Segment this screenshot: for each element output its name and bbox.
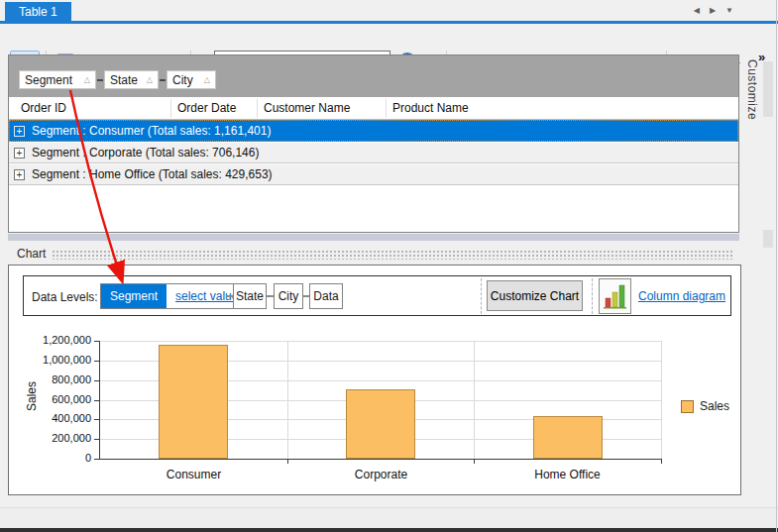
window-bottom-edge — [0, 528, 778, 532]
group-row-corporate[interactable]: + Segment : Corporate (Total sales: 706,… — [9, 142, 738, 163]
tab-bar: Table 1 ◀ ▶ ▼ — [0, 0, 778, 24]
group-button-state[interactable]: State △ — [104, 70, 159, 89]
column-diagram-icon — [604, 283, 626, 309]
legend-swatch — [681, 400, 694, 413]
status-bar — [0, 507, 778, 528]
table-horizontal-scrollbar[interactable] — [8, 234, 739, 241]
customize-tab-scrollbar[interactable] — [763, 61, 773, 117]
column-separator — [386, 99, 387, 118]
expand-icon[interactable]: + — [14, 126, 25, 137]
tab-table-1[interactable]: Table 1 — [5, 2, 71, 22]
gridline — [474, 341, 475, 459]
gridline — [287, 341, 288, 459]
y-axis-tick — [94, 400, 99, 401]
x-axis-tick — [474, 459, 475, 464]
y-axis-tick — [94, 439, 99, 440]
group-by-panel: Segment △ State △ City △ — [9, 55, 738, 97]
column-header-order-id[interactable]: Order ID — [21, 101, 66, 115]
bar-consumer[interactable] — [159, 345, 228, 459]
y-axis-tick — [94, 459, 99, 460]
data-level-state[interactable]: State — [233, 283, 267, 309]
dashed-separator — [592, 278, 593, 314]
diagram-type-button[interactable] — [599, 278, 631, 314]
y-axis-tick — [94, 341, 99, 342]
customize-tab[interactable]: Customize — [745, 59, 759, 120]
column-header-order-date[interactable]: Order Date — [177, 101, 236, 115]
tab-scroll-left-icon[interactable]: ◀ — [694, 6, 700, 15]
group-row-label: Segment : Corporate (Total sales: 706,14… — [32, 146, 259, 160]
x-axis-category-label: Home Office — [474, 468, 661, 481]
table-panel: Segment △ State △ City △ Order ID Order … — [8, 54, 739, 233]
column-separator — [170, 99, 171, 118]
y-axis-tick-label: 1,000,000 — [9, 354, 91, 366]
column-header-product-name[interactable]: Product Name — [392, 101, 469, 115]
tab-nav: ◀ ▶ ▼ — [694, 6, 733, 15]
level-connector — [267, 295, 274, 297]
data-levels-bar: Data Levels: Segment select value State … — [23, 275, 731, 316]
tab-label: Table 1 — [19, 5, 57, 19]
chart-plot: 0200,000400,000600,000800,0001,000,0001,… — [100, 341, 661, 459]
sort-ascending-icon: △ — [147, 75, 153, 84]
group-row-label: Segment : Consumer (Total sales: 1,161,4… — [32, 124, 271, 138]
x-axis-category-label: Corporate — [287, 468, 475, 481]
sort-ascending-icon: △ — [84, 75, 90, 84]
chart-section-label: Chart — [17, 247, 46, 261]
y-axis-tick-label: 1,200,000 — [9, 334, 91, 346]
legend-label: Sales — [700, 399, 729, 413]
bar-home-office[interactable] — [533, 416, 603, 459]
group-connector — [160, 79, 166, 81]
group-row-consumer[interactable]: + Segment : Consumer (Total sales: 1,161… — [9, 120, 738, 142]
y-axis-tick-label: 600,000 — [9, 393, 91, 405]
y-axis-tick — [94, 419, 99, 420]
y-axis-tick — [94, 380, 99, 381]
expand-icon[interactable]: + — [14, 169, 25, 180]
window-right-edge — [776, 0, 777, 532]
group-row-label: Segment : Home Office (Total sales: 429,… — [32, 167, 273, 181]
data-level-data[interactable]: Data — [309, 283, 343, 309]
group-button-segment[interactable]: Segment △ — [19, 70, 96, 89]
group-connector — [97, 79, 103, 81]
sort-ascending-icon: △ — [204, 75, 210, 84]
gridline — [100, 341, 661, 342]
dashed-separator — [481, 278, 482, 314]
x-axis-tick — [287, 459, 288, 464]
tab-menu-icon[interactable]: ▼ — [725, 6, 733, 15]
y-axis-tick-label: 400,000 — [9, 412, 91, 424]
chart-legend: Sales — [681, 399, 729, 413]
y-axis-tick-label: 0 — [9, 452, 91, 464]
y-axis-tick — [94, 361, 99, 362]
y-axis-tick-label: 200,000 — [9, 432, 91, 444]
toolbar: Apply layout Find A Print preview PDF Ex… — [0, 24, 778, 54]
column-header-customer-name[interactable]: Customer Name — [264, 101, 350, 115]
group-row-home-office[interactable]: + Segment : Home Office (Total sales: 42… — [9, 163, 738, 185]
y-axis-tick-label: 800,000 — [9, 373, 91, 385]
data-levels-label: Data Levels: — [32, 290, 98, 304]
column-diagram-link[interactable]: Column diagram — [638, 289, 725, 303]
chart-panel: Data Levels: Segment select value State … — [8, 265, 741, 495]
group-button-city[interactable]: City △ — [167, 70, 216, 89]
x-axis-category-label: Consumer — [100, 468, 287, 481]
app-window: Table 1 ◀ ▶ ▼ — [0, 0, 778, 532]
gridline — [661, 341, 662, 459]
x-axis-line — [99, 459, 662, 460]
customize-tab-scrollbar[interactable] — [763, 230, 773, 248]
chart-splitter-texture[interactable] — [52, 250, 733, 260]
expand-icon[interactable]: + — [14, 148, 25, 159]
bar-corporate[interactable] — [346, 389, 415, 459]
customize-chart-button[interactable]: Customize Chart — [487, 280, 583, 311]
data-level-segment[interactable]: Segment — [101, 284, 167, 308]
column-header-row: Order ID Order Date Customer Name Produc… — [9, 97, 738, 120]
data-level-city[interactable]: City — [274, 283, 303, 309]
column-separator — [257, 99, 258, 118]
x-axis-tick — [661, 459, 662, 464]
tab-scroll-right-icon[interactable]: ▶ — [710, 6, 716, 15]
level-connector — [226, 295, 233, 297]
